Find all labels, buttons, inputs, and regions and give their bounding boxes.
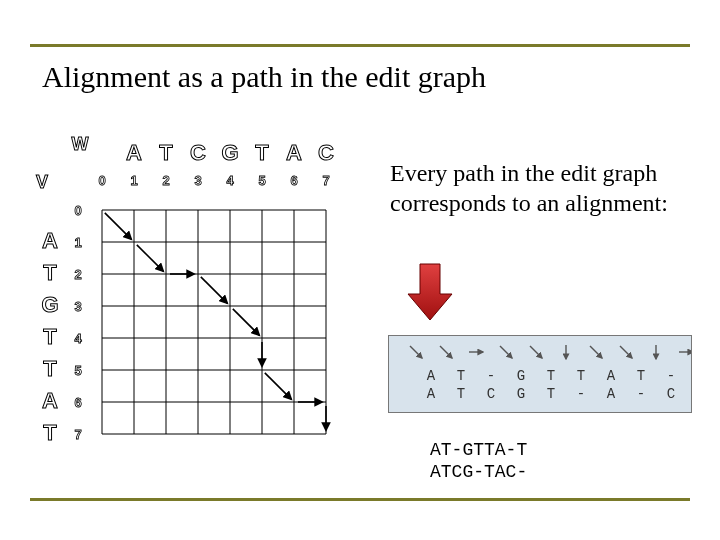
svg-text:3: 3 bbox=[74, 299, 81, 314]
svg-text:6: 6 bbox=[74, 395, 81, 410]
explanation-text: Every path in the edit graph corresponds… bbox=[390, 158, 680, 218]
svg-text:T: T bbox=[547, 368, 555, 384]
svg-text:G: G bbox=[517, 386, 525, 402]
svg-line-58 bbox=[440, 346, 452, 358]
svg-text:A: A bbox=[126, 140, 142, 165]
alignment-panel-svg: AT-GTTAT-ATCGT-A-C bbox=[389, 336, 691, 412]
svg-text:C: C bbox=[190, 140, 206, 165]
svg-line-52 bbox=[233, 309, 259, 335]
edit-graph-svg: WV0A1T2C3G4T5A6C70A1T2G3T4T5A6T7 bbox=[30, 130, 360, 490]
svg-text:C: C bbox=[318, 140, 334, 165]
edit-graph: WV0A1T2C3G4T5A6C70A1T2G3T4T5A6T7 bbox=[30, 130, 360, 490]
svg-text:2: 2 bbox=[162, 173, 169, 188]
top-rule bbox=[30, 44, 690, 47]
svg-text:A: A bbox=[427, 368, 436, 384]
svg-text:7: 7 bbox=[74, 427, 81, 442]
alignment-line-2: ATCG-TAC- bbox=[430, 462, 527, 482]
svg-line-64 bbox=[620, 346, 632, 358]
svg-text:0: 0 bbox=[98, 173, 105, 188]
svg-text:1: 1 bbox=[74, 235, 81, 250]
alignment-panel: AT-GTTAT-ATCGT-A-C bbox=[388, 335, 692, 413]
svg-text:-: - bbox=[577, 386, 585, 402]
svg-text:5: 5 bbox=[258, 173, 265, 188]
svg-text:2: 2 bbox=[74, 267, 81, 282]
svg-text:T: T bbox=[637, 368, 645, 384]
svg-text:T: T bbox=[43, 324, 57, 349]
svg-text:T: T bbox=[43, 356, 57, 381]
svg-line-60 bbox=[500, 346, 512, 358]
svg-text:A: A bbox=[427, 386, 436, 402]
svg-text:-: - bbox=[667, 368, 675, 384]
svg-text:T: T bbox=[457, 386, 465, 402]
svg-text:T: T bbox=[159, 140, 173, 165]
svg-text:3: 3 bbox=[194, 173, 201, 188]
svg-text:-: - bbox=[487, 368, 495, 384]
svg-text:-: - bbox=[637, 386, 645, 402]
svg-text:T: T bbox=[255, 140, 269, 165]
bottom-rule bbox=[30, 498, 690, 501]
svg-text:0: 0 bbox=[74, 203, 81, 218]
down-arrow-icon bbox=[405, 262, 455, 326]
svg-text:T: T bbox=[43, 420, 57, 445]
svg-text:1: 1 bbox=[130, 173, 137, 188]
svg-text:T: T bbox=[547, 386, 555, 402]
svg-line-51 bbox=[201, 277, 227, 303]
svg-text:C: C bbox=[487, 386, 495, 402]
svg-text:4: 4 bbox=[226, 173, 234, 188]
svg-line-61 bbox=[530, 346, 542, 358]
svg-text:G: G bbox=[221, 140, 238, 165]
svg-text:A: A bbox=[607, 368, 616, 384]
svg-text:G: G bbox=[517, 368, 525, 384]
svg-line-57 bbox=[410, 346, 422, 358]
svg-line-49 bbox=[137, 245, 163, 271]
svg-text:T: T bbox=[577, 368, 585, 384]
svg-text:6: 6 bbox=[290, 173, 297, 188]
svg-line-63 bbox=[590, 346, 602, 358]
alignment-strings: AT-GTTA-T ATCG-TAC- bbox=[430, 440, 527, 483]
svg-text:5: 5 bbox=[74, 363, 81, 378]
svg-text:A: A bbox=[42, 388, 58, 413]
slide-title: Alignment as a path in the edit graph bbox=[42, 60, 486, 94]
alignment-line-1: AT-GTTA-T bbox=[430, 440, 527, 460]
svg-text:7: 7 bbox=[322, 173, 329, 188]
svg-text:T: T bbox=[43, 260, 57, 285]
svg-text:W: W bbox=[72, 134, 89, 154]
svg-text:A: A bbox=[286, 140, 302, 165]
svg-text:A: A bbox=[607, 386, 616, 402]
svg-text:4: 4 bbox=[74, 331, 82, 346]
svg-text:G: G bbox=[41, 292, 58, 317]
svg-text:A: A bbox=[42, 228, 58, 253]
svg-line-48 bbox=[105, 213, 131, 239]
svg-text:V: V bbox=[36, 172, 48, 192]
svg-text:C: C bbox=[667, 386, 675, 402]
svg-line-54 bbox=[265, 373, 291, 399]
svg-text:T: T bbox=[457, 368, 465, 384]
